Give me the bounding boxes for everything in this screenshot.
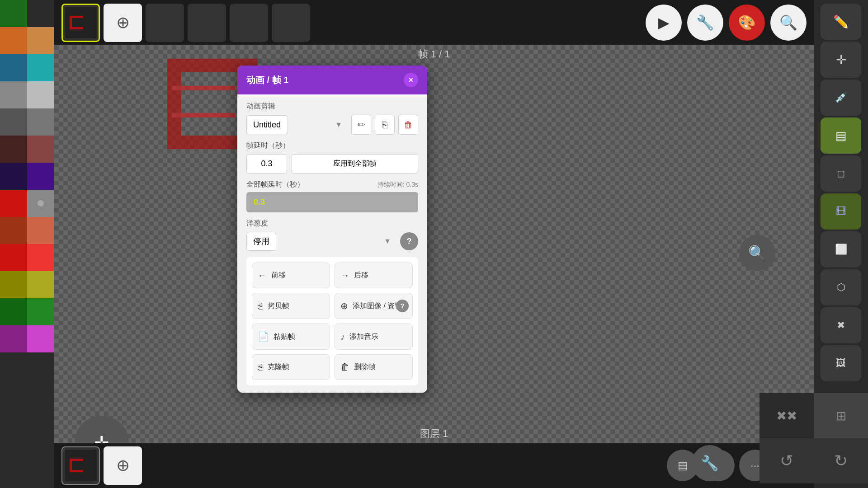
all-delay-label: 全部帧延时（秒）	[246, 180, 304, 189]
apply-all-button[interactable]: 应用到全部帧	[292, 154, 418, 174]
palette-button[interactable]: 🎨	[729, 5, 765, 41]
color-swatch[interactable]	[27, 54, 54, 81]
search-top-icon: 🔍	[779, 14, 797, 31]
color-swatch[interactable]	[27, 298, 54, 325]
canvas-area[interactable]	[54, 0, 814, 488]
frame-slot-4[interactable]	[230, 4, 268, 42]
color-swatch[interactable]	[0, 108, 27, 136]
frame-counter: 帧 1 / 1	[418, 47, 450, 61]
add-frame-button[interactable]: ⊕	[104, 4, 142, 42]
layers-tool[interactable]: ▤	[821, 117, 861, 154]
onion-chevron-icon: ▼	[384, 237, 391, 245]
select-tool[interactable]: ⬜	[821, 231, 861, 267]
add-image-button[interactable]: ⊕ 添加图像 / 资智 ?	[335, 293, 413, 319]
settings-bottom-btn[interactable]: 🔧	[692, 445, 728, 481]
all-delay-section: 全部帧延时（秒） 持续时间: 0.3s	[246, 180, 418, 212]
color-swatch[interactable]	[27, 190, 54, 217]
settings-button[interactable]: 🔧	[687, 5, 723, 41]
color-swatch[interactable]	[27, 217, 54, 244]
onion-help-button[interactable]: ?	[400, 232, 418, 250]
paste-icon: 📄	[258, 331, 269, 342]
frame-counter-label: 帧 1 / 1	[418, 48, 450, 60]
delete-frame-button[interactable]: 🗑 删除帧	[335, 354, 413, 380]
add-image-icon: 🖼	[836, 357, 846, 369]
layer-preview	[67, 452, 94, 479]
all-delay-input[interactable]	[247, 193, 417, 211]
shape-tool[interactable]: ⬡	[821, 269, 861, 305]
color-swatch[interactable]	[27, 27, 54, 54]
pencil-tool[interactable]: ✏️	[821, 4, 861, 40]
search-top-button[interactable]: 🔍	[770, 5, 807, 41]
color-swatch[interactable]	[27, 163, 54, 190]
add-image-tool[interactable]: 🖼	[821, 345, 861, 381]
bottom-layer-thumb[interactable]	[61, 446, 100, 485]
clone-frame-button[interactable]: ⎘ 克隆帧	[252, 354, 330, 380]
color-swatch[interactable]	[0, 271, 27, 298]
color-swatch[interactable]	[27, 271, 54, 298]
prev-frame-button[interactable]: ← 前移	[252, 263, 330, 288]
copy-icon: ⎘	[382, 120, 387, 130]
ellipsis-icon: ···	[750, 459, 760, 472]
color-swatch[interactable]	[0, 163, 27, 190]
frame-slot-5[interactable]	[272, 4, 310, 42]
undo-button[interactable]: ↺	[760, 438, 814, 483]
color-swatch[interactable]	[27, 0, 54, 27]
next-frame-label: 后移	[354, 271, 368, 280]
frame-slot-2[interactable]	[146, 4, 184, 42]
animation-editor-label: 动画剪辑	[246, 102, 418, 111]
modal-body: 动画剪辑 Untitled ▼ ✏ ⎘ 🗑 帧延时（秒） 应用到全部帧	[237, 94, 427, 393]
animation-tool[interactable]: 🎞	[821, 193, 861, 230]
delete-animation-button[interactable]: 🗑	[398, 115, 418, 135]
add-image-help-icon[interactable]: ?	[396, 300, 409, 312]
search-canvas-icon: 🔍	[748, 244, 766, 262]
frame-delay-input[interactable]	[246, 154, 287, 174]
color-swatch[interactable]	[0, 81, 27, 108]
color-swatch[interactable]	[27, 244, 54, 271]
copy-animation-button[interactable]: ⎘	[375, 115, 395, 135]
delete-icon: 🗑	[404, 120, 413, 130]
color-swatch[interactable]	[27, 136, 54, 163]
color-palette	[0, 0, 54, 488]
pencil-icon: ✏️	[833, 14, 849, 29]
grid-tool[interactable]: ⊞	[814, 393, 868, 438]
onion-row: 停用 启用 ▼ ?	[246, 232, 418, 251]
color-swatch[interactable]	[0, 298, 27, 325]
add-layer-button[interactable]: ⊕	[104, 446, 142, 485]
modal-close-button[interactable]: ×	[404, 73, 418, 87]
eyedropper-tool[interactable]: 💉	[821, 80, 861, 116]
crosshair-icon: ✖✖	[776, 408, 797, 423]
add-circle-icon: ⊕	[340, 300, 348, 311]
frame-thumb-1[interactable]	[61, 4, 100, 42]
color-swatch[interactable]	[0, 136, 27, 163]
animation-select[interactable]: Untitled	[246, 115, 288, 134]
color-swatch[interactable]	[0, 27, 27, 54]
color-swatch[interactable]	[0, 0, 27, 27]
redo-button[interactable]: ↻	[814, 438, 868, 483]
frame-slot-3[interactable]	[188, 4, 226, 42]
color-swatch[interactable]	[27, 81, 54, 108]
color-swatch[interactable]	[0, 54, 27, 81]
onion-label: 洋葱皮	[246, 219, 418, 228]
color-swatch[interactable]	[0, 244, 27, 271]
question-icon: ?	[407, 237, 412, 246]
eyedropper-icon: 💉	[835, 92, 847, 103]
modal-title: 动画 / 帧 1	[246, 74, 288, 86]
eraser-tool[interactable]: ◻	[821, 155, 861, 192]
onion-select[interactable]: 停用 启用	[246, 232, 276, 251]
search-canvas-button[interactable]: 🔍	[739, 235, 775, 271]
copy-frame-button[interactable]: ⎘ 拷贝帧	[252, 293, 330, 319]
play-button[interactable]: ▶	[646, 5, 682, 41]
add-music-button[interactable]: ♪ 添加音乐	[335, 324, 413, 350]
move-tool[interactable]: ✛	[821, 42, 861, 78]
copy-frame-label: 拷贝帧	[268, 301, 289, 311]
color-swatch[interactable]	[0, 190, 27, 217]
paste-frame-button[interactable]: 📄 粘贴帧	[252, 324, 330, 350]
transform-tool[interactable]: ✖	[821, 307, 861, 343]
next-frame-button[interactable]: → 后移	[335, 263, 413, 288]
color-swatch[interactable]	[27, 108, 54, 136]
color-swatch[interactable]	[27, 325, 54, 352]
color-swatch[interactable]	[0, 217, 27, 244]
color-swatch[interactable]	[0, 325, 27, 352]
edit-animation-button[interactable]: ✏	[351, 115, 371, 135]
crosshair-tool[interactable]: ✖✖	[760, 393, 814, 438]
